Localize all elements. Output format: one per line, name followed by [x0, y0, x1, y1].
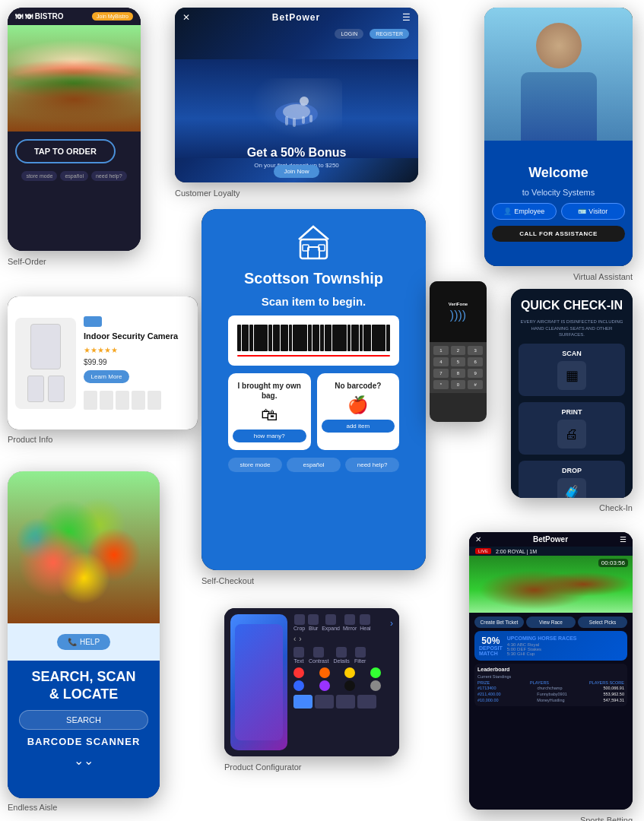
blur-tool[interactable]: Blur	[308, 614, 319, 631]
nav-next[interactable]: ›	[299, 635, 301, 643]
color-red[interactable]	[293, 667, 304, 678]
how-many-button[interactable]: how many?	[233, 430, 306, 442]
payment-brand: VeriFone	[449, 302, 468, 306]
loyalty-actions: LOGIN REGISTER	[335, 29, 409, 39]
lb-col-score: PLAYERS SCORE	[589, 680, 624, 685]
camera-variant-1	[27, 376, 44, 402]
config-label: Product Configurator	[224, 762, 302, 772]
key-0[interactable]: 0	[451, 380, 466, 389]
expand-tool[interactable]: Expand	[322, 614, 340, 631]
config-thumb-2[interactable]	[315, 695, 334, 708]
sports-menu-icon[interactable]: ☰	[620, 535, 627, 544]
print-option[interactable]: PRINT 🖨	[519, 402, 625, 455]
tap-to-order-button[interactable]: TAP TO ORDER	[15, 139, 116, 163]
color-gray[interactable]	[370, 680, 381, 691]
prize-3: #10,000.00	[477, 698, 499, 702]
virtual-bottom: Welcome to Velocity Systems 👤 Employee 🪪…	[484, 141, 633, 266]
own-bag-card[interactable]: I brought my own bag. 🛍 how many?	[228, 373, 311, 450]
color-yellow[interactable]	[344, 667, 355, 678]
key-2[interactable]: 2	[451, 346, 466, 355]
checkout-store-mode[interactable]: store mode	[228, 458, 282, 472]
key-1[interactable]: 1	[433, 346, 449, 355]
sports-close-icon[interactable]: ✕	[475, 535, 481, 544]
checkin-device: QUICK CHECK-IN EVERY AIRCRAFT IS DISINFE…	[511, 289, 633, 498]
checkin-screen: QUICK CHECK-IN EVERY AIRCRAFT IS DISINFE…	[511, 289, 633, 498]
key-7[interactable]: 7	[433, 369, 449, 378]
join-now-button[interactable]: Join Now	[274, 165, 320, 178]
drop-label: DROP	[562, 467, 582, 474]
key-9[interactable]: 9	[468, 369, 483, 378]
text-tool[interactable]: Text	[293, 647, 304, 664]
contrast-tool[interactable]: Contrast	[309, 647, 328, 664]
config-thumb-1[interactable]	[293, 695, 312, 708]
key-5[interactable]: 5	[451, 357, 466, 366]
drop-option[interactable]: DROP 🧳	[519, 461, 625, 498]
thumb-3[interactable]	[116, 391, 129, 410]
color-orange[interactable]	[319, 667, 330, 678]
crop-tool[interactable]: Crop	[293, 614, 305, 631]
close-icon[interactable]: ✕	[182, 12, 190, 23]
mirror-tool[interactable]: Mirror	[343, 614, 357, 631]
create-bet-button[interactable]: Create Bet Ticket	[474, 617, 524, 628]
loyalty-screen: ✕ BetPower ☰ LOGIN REGISTER	[175, 8, 418, 182]
thumb-2[interactable]	[100, 391, 113, 410]
config-thumb-4[interactable]	[357, 695, 376, 708]
horse-visual	[175, 59, 418, 158]
auth-buttons: 👤 Employee 🪪 Visitor	[492, 203, 625, 220]
key-8[interactable]: 8	[451, 369, 466, 378]
config-thumb-3[interactable]	[336, 695, 355, 708]
join-mybistro-button[interactable]: Join MyBistro	[92, 12, 133, 21]
color-palette	[293, 667, 393, 691]
color-purple[interactable]	[319, 680, 330, 691]
svg-rect-7	[300, 239, 327, 258]
key-hash[interactable]: #	[468, 380, 483, 389]
quick-checkin-title: QUICK CHECK-IN	[521, 298, 623, 312]
espanol-button[interactable]: español	[60, 171, 88, 181]
key-3[interactable]: 3	[468, 346, 483, 355]
search-field[interactable]: SEARCH	[19, 710, 148, 730]
payment-terminal-device: VeriFone )))) 1 2 3 4 5 6 7 8 9 * 0 #	[430, 281, 487, 422]
more-tools-button[interactable]: ›	[390, 616, 393, 629]
self-checkout-device: Scottson Township Scan item to begin. I …	[201, 209, 426, 570]
thumb-5[interactable]	[148, 391, 161, 410]
login-button[interactable]: LOGIN	[335, 29, 363, 39]
learn-more-button[interactable]: Learn More	[84, 370, 129, 383]
call-assistance-button[interactable]: CALL FOR ASSISTANCE	[492, 226, 625, 242]
nav-prev[interactable]: ‹	[293, 635, 296, 643]
thumb-4[interactable]	[132, 391, 145, 410]
scan-option[interactable]: SCAN ▦	[519, 344, 625, 396]
select-picks-button[interactable]: Select Picks	[578, 617, 627, 628]
color-black[interactable]	[344, 680, 355, 691]
key-4[interactable]: 4	[433, 357, 449, 366]
config-tools-panel: Crop Blur Expand Mirror Heal	[293, 614, 393, 750]
customer-loyalty-device: ✕ BetPower ☰ LOGIN REGISTER	[175, 8, 418, 182]
svg-rect-4	[293, 118, 296, 127]
filter-tool[interactable]: Filter	[354, 647, 366, 664]
key-star[interactable]: *	[433, 380, 449, 389]
store-icon	[293, 220, 335, 262]
employee-button[interactable]: 👤 Employee	[492, 203, 557, 220]
details-tool[interactable]: Details	[333, 647, 349, 664]
key-6[interactable]: 6	[468, 357, 483, 366]
view-race-button[interactable]: View Race	[526, 617, 576, 628]
checkout-need-help[interactable]: need help?	[345, 458, 399, 472]
visitor-button[interactable]: 🪪 Visitor	[561, 203, 626, 220]
need-help-button[interactable]: need help?	[91, 171, 127, 181]
store-mode-button[interactable]: store mode	[21, 171, 57, 181]
no-barcode-card[interactable]: No barcode? 🍎 add item	[317, 373, 400, 450]
checkout-espanol[interactable]: español	[287, 458, 341, 472]
color-green[interactable]	[370, 667, 381, 678]
add-item-button[interactable]: add item	[322, 420, 395, 433]
own-bag-text: I brought my own bag.	[233, 381, 306, 401]
color-blue[interactable]	[293, 680, 304, 691]
register-button[interactable]: REGISTER	[370, 29, 409, 39]
thumb-1[interactable]	[84, 391, 97, 410]
svg-rect-8	[308, 247, 319, 258]
svg-point-1	[300, 97, 309, 106]
endless-label: Endless Aisle	[8, 803, 57, 812]
heal-tool[interactable]: Heal	[360, 614, 370, 631]
payment-screen: VeriFone ))))	[430, 281, 487, 342]
menu-icon[interactable]: ☰	[402, 12, 411, 23]
shirt	[521, 72, 597, 141]
help-button[interactable]: 📞 HELP	[57, 634, 110, 650]
